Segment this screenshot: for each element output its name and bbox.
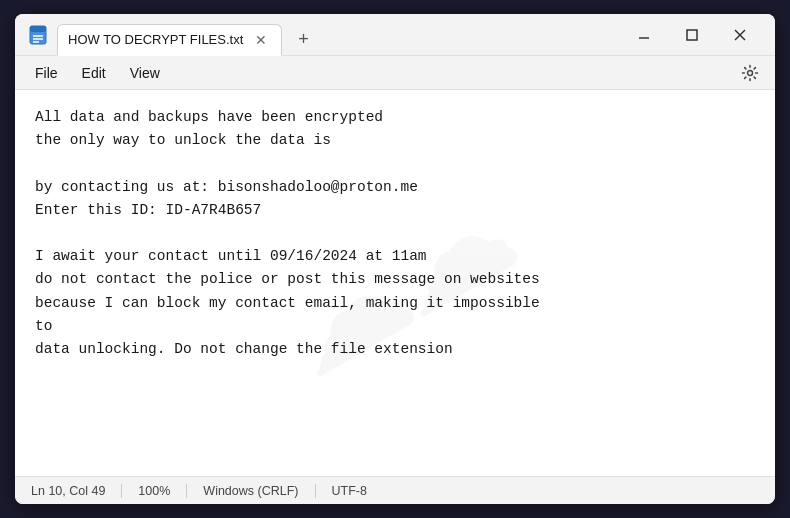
close-button[interactable] xyxy=(717,19,763,51)
settings-icon[interactable] xyxy=(733,56,767,90)
encoding: UTF-8 xyxy=(316,484,383,498)
text-line: by contacting us at: bisonshadoloo@proto… xyxy=(35,176,755,199)
tab-close-button[interactable]: ✕ xyxy=(253,32,269,48)
zoom-level: 100% xyxy=(122,484,187,498)
svg-rect-1 xyxy=(30,26,46,32)
cursor-position: Ln 10, Col 49 xyxy=(31,484,122,498)
edit-menu[interactable]: Edit xyxy=(70,61,118,85)
app-icon xyxy=(27,24,49,46)
view-menu[interactable]: View xyxy=(118,61,172,85)
tab-title: HOW TO DECRYPT FILES.txt xyxy=(68,32,243,47)
text-line: data unlocking. Do not change the file e… xyxy=(35,338,755,361)
status-bar: Ln 10, Col 49 100% Windows (CRLF) UTF-8 xyxy=(15,476,775,504)
line-ending: Windows (CRLF) xyxy=(187,484,315,498)
text-editor[interactable]: ☁☁ All data and backups have been encryp… xyxy=(15,90,775,476)
menu-bar: File Edit View xyxy=(15,56,775,90)
window-controls xyxy=(621,19,763,51)
notepad-window: HOW TO DECRYPT FILES.txt ✕ + xyxy=(15,14,775,504)
text-lines: All data and backups have been encrypted… xyxy=(35,106,755,361)
file-menu[interactable]: File xyxy=(23,61,70,85)
text-line: the only way to unlock the data is xyxy=(35,129,755,152)
blank-line xyxy=(35,222,755,245)
text-line: I await your contact until 09/16/2024 at… xyxy=(35,245,755,268)
text-line: do not contact the police or post this m… xyxy=(35,268,755,291)
text-line: All data and backups have been encrypted xyxy=(35,106,755,129)
file-tab[interactable]: HOW TO DECRYPT FILES.txt ✕ xyxy=(57,24,282,56)
new-tab-button[interactable]: + xyxy=(290,29,317,50)
svg-point-9 xyxy=(748,70,753,75)
title-bar: HOW TO DECRYPT FILES.txt ✕ + xyxy=(15,14,775,56)
minimize-button[interactable] xyxy=(621,19,667,51)
text-line: to xyxy=(35,315,755,338)
text-line: because I can block my contact email, ma… xyxy=(35,292,755,315)
svg-rect-6 xyxy=(687,30,697,40)
maximize-button[interactable] xyxy=(669,19,715,51)
text-line: Enter this ID: ID-A7R4B657 xyxy=(35,199,755,222)
blank-line xyxy=(35,152,755,175)
